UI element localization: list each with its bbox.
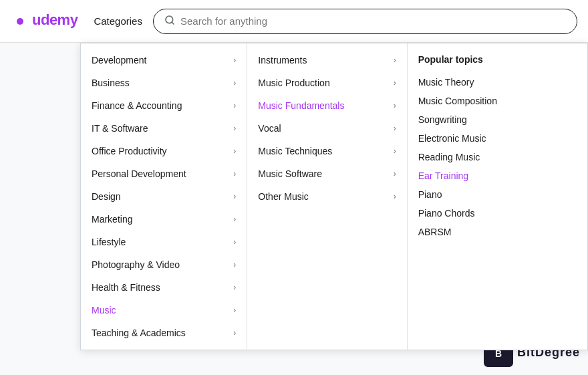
subcategory-item-music-software[interactable]: Music Software› xyxy=(247,162,406,185)
category-label: Development xyxy=(92,55,147,66)
topic-item-music-composition[interactable]: Music Composition xyxy=(418,92,577,110)
category-label: Finance & Accounting xyxy=(92,100,182,111)
chevron-right-icon: › xyxy=(233,328,236,338)
chevron-right-icon: › xyxy=(233,260,236,269)
category-item-finance[interactable]: Finance & Accounting› xyxy=(81,94,247,117)
topic-item-abrsm[interactable]: ABRSM xyxy=(418,223,577,241)
subcategory-item-instruments[interactable]: Instruments› xyxy=(247,49,406,72)
subcategory-item-vocal[interactable]: Vocal› xyxy=(247,117,406,140)
category-item-personal-dev[interactable]: Personal Development› xyxy=(81,162,247,185)
topic-item-reading-music[interactable]: Reading Music xyxy=(418,148,577,166)
subcategory-label: Music Software xyxy=(258,168,322,179)
category-item-it-software[interactable]: IT & Software› xyxy=(81,117,247,140)
category-label: Office Productivity xyxy=(92,146,167,156)
dropdown-menu: Development›Business›Finance & Accountin… xyxy=(80,43,588,350)
subcategory-label: Instruments xyxy=(258,55,307,66)
chevron-right-icon: › xyxy=(394,78,396,88)
subcategory-item-music-production[interactable]: Music Production› xyxy=(247,72,406,94)
subcategory-item-music-techniques[interactable]: Music Techniques› xyxy=(247,140,406,162)
category-label: IT & Software xyxy=(92,123,148,134)
search-bar xyxy=(153,9,577,34)
category-label: Lifestyle xyxy=(92,237,126,247)
logo[interactable]: udemy xyxy=(11,11,78,30)
category-item-development[interactable]: Development› xyxy=(81,49,247,72)
chevron-right-icon: › xyxy=(394,101,396,110)
topic-item-songwriting[interactable]: Songwriting xyxy=(418,110,577,129)
topic-item-music-theory[interactable]: Music Theory xyxy=(418,73,577,92)
category-item-teaching[interactable]: Teaching & Academics› xyxy=(81,322,247,344)
popular-topics-title: Popular topics xyxy=(418,54,577,65)
subcategory-label: Music Techniques xyxy=(258,146,332,156)
subcategory-label: Music Fundamentals xyxy=(258,100,344,111)
subcategory-label: Vocal xyxy=(258,123,281,134)
chevron-right-icon: › xyxy=(394,55,396,65)
category-label: Health & Fitness xyxy=(92,282,160,293)
chevron-right-icon: › xyxy=(233,215,236,224)
category-label: Teaching & Academics xyxy=(92,328,186,338)
category-item-lifestyle[interactable]: Lifestyle› xyxy=(81,231,247,253)
chevron-right-icon: › xyxy=(233,237,236,247)
chevron-right-icon: › xyxy=(394,124,396,133)
svg-line-2 xyxy=(172,22,174,24)
popular-topics-column: Popular topics Music TheoryMusic Composi… xyxy=(408,43,587,350)
category-label: Photography & Video xyxy=(92,259,180,270)
category-label: Business xyxy=(92,78,130,88)
chevron-right-icon: › xyxy=(233,124,236,133)
topic-item-ear-training[interactable]: Ear Training xyxy=(418,166,577,185)
category-item-music[interactable]: Music› xyxy=(81,299,247,322)
chevron-right-icon: › xyxy=(233,305,236,315)
header: udemy Categories xyxy=(0,0,588,43)
category-item-photography[interactable]: Photography & Video› xyxy=(81,253,247,276)
chevron-right-icon: › xyxy=(233,283,236,292)
categories-button[interactable]: Categories xyxy=(94,15,142,27)
topic-item-piano[interactable]: Piano xyxy=(418,185,577,204)
category-label: Music xyxy=(92,305,116,316)
logo-icon xyxy=(11,12,29,31)
chevron-right-icon: › xyxy=(394,192,396,201)
subcategory-label: Other Music xyxy=(258,191,308,202)
chevron-right-icon: › xyxy=(233,78,236,88)
topic-item-electronic-music[interactable]: Electronic Music xyxy=(418,129,577,148)
chevron-right-icon: › xyxy=(394,146,396,156)
subcategory-item-music-fundamentals[interactable]: Music Fundamentals› xyxy=(247,94,406,117)
chevron-right-icon: › xyxy=(394,169,396,178)
chevron-right-icon: › xyxy=(233,101,236,110)
search-icon xyxy=(164,15,175,28)
category-item-marketing[interactable]: Marketing› xyxy=(81,208,247,231)
logo-text: udemy xyxy=(11,11,78,30)
search-input[interactable] xyxy=(180,15,566,27)
svg-point-0 xyxy=(17,18,23,25)
chevron-right-icon: › xyxy=(233,146,236,156)
category-label: Personal Development xyxy=(92,168,186,179)
chevron-right-icon: › xyxy=(233,169,236,178)
subcategory-item-other-music[interactable]: Other Music› xyxy=(247,185,406,208)
categories-column: Development›Business›Finance & Accountin… xyxy=(81,43,247,350)
category-item-office[interactable]: Office Productivity› xyxy=(81,140,247,162)
subcategory-label: Music Production xyxy=(258,78,329,88)
category-item-design[interactable]: Design› xyxy=(81,185,247,208)
category-label: Marketing xyxy=(92,214,132,225)
category-label: Design xyxy=(92,191,121,202)
chevron-right-icon: › xyxy=(233,55,236,65)
category-item-health[interactable]: Health & Fitness› xyxy=(81,276,247,299)
subcategories-column: Instruments›Music Production›Music Funda… xyxy=(247,43,407,350)
category-item-business[interactable]: Business› xyxy=(81,72,247,94)
chevron-right-icon: › xyxy=(233,192,236,201)
topic-item-piano-chords[interactable]: Piano Chords xyxy=(418,204,577,223)
